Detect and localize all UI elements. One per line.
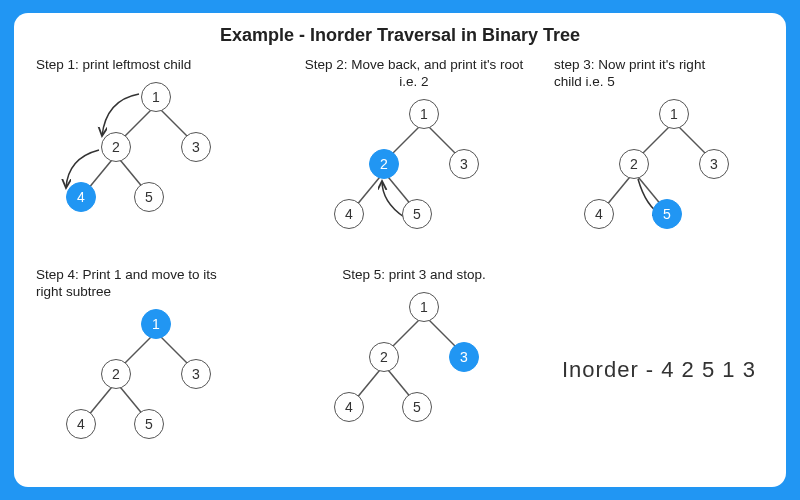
node-3: 3 (181, 359, 211, 389)
caption-step-5: Step 5: print 3 and stop. (289, 267, 539, 284)
node-2: 2 (101, 132, 131, 162)
node-2: 2 (619, 149, 649, 179)
diagram-card: Example - Inorder Traversal in Binary Tr… (14, 13, 786, 487)
panel-step-1: Step 1: print leftmost child 1 2 3 4 5 (36, 57, 286, 240)
node-5: 5 (134, 409, 164, 439)
caption-step-3: step 3: Now print it's right child i.e. … (554, 57, 800, 91)
caption-step-4: Step 4: Print 1 and move to its right su… (36, 267, 286, 301)
node-1-highlighted: 1 (141, 309, 171, 339)
node-4-highlighted: 4 (66, 182, 96, 212)
panel-step-2: Step 2: Move back, and print it's root i… (289, 57, 539, 257)
node-2: 2 (369, 342, 399, 372)
tree-step-5: 1 2 3 4 5 (304, 290, 524, 450)
node-5: 5 (402, 392, 432, 422)
node-1: 1 (409, 99, 439, 129)
node-1: 1 (659, 99, 689, 129)
tree-step-3: 1 2 3 4 5 (554, 97, 774, 257)
node-3-highlighted: 3 (449, 342, 479, 372)
tree-step-4: 1 2 3 4 5 (36, 307, 256, 467)
node-1: 1 (409, 292, 439, 322)
caption-step-1: Step 1: print leftmost child (36, 57, 286, 74)
panel-step-4: Step 4: Print 1 and move to its right su… (36, 267, 286, 467)
node-2-highlighted: 2 (369, 149, 399, 179)
node-4: 4 (334, 199, 364, 229)
node-5-highlighted: 5 (652, 199, 682, 229)
node-3: 3 (181, 132, 211, 162)
caption-step-2: Step 2: Move back, and print it's root i… (289, 57, 539, 91)
tree-step-2: 1 2 3 4 5 (304, 97, 524, 257)
node-4: 4 (334, 392, 364, 422)
panel-step-5: Step 5: print 3 and stop. 1 2 3 4 5 (289, 267, 539, 450)
node-5: 5 (134, 182, 164, 212)
node-4: 4 (66, 409, 96, 439)
node-2: 2 (101, 359, 131, 389)
tree-step-1: 1 2 3 4 5 (36, 80, 256, 240)
node-3: 3 (699, 149, 729, 179)
node-3: 3 (449, 149, 479, 179)
diagram-panels: Step 1: print leftmost child 1 2 3 4 5 (14, 57, 786, 487)
panel-step-3: step 3: Now print it's right child i.e. … (554, 57, 800, 257)
inorder-result: Inorder - 4 2 5 1 3 (562, 357, 756, 383)
node-4: 4 (584, 199, 614, 229)
node-5: 5 (402, 199, 432, 229)
diagram-title: Example - Inorder Traversal in Binary Tr… (14, 13, 786, 46)
node-1: 1 (141, 82, 171, 112)
